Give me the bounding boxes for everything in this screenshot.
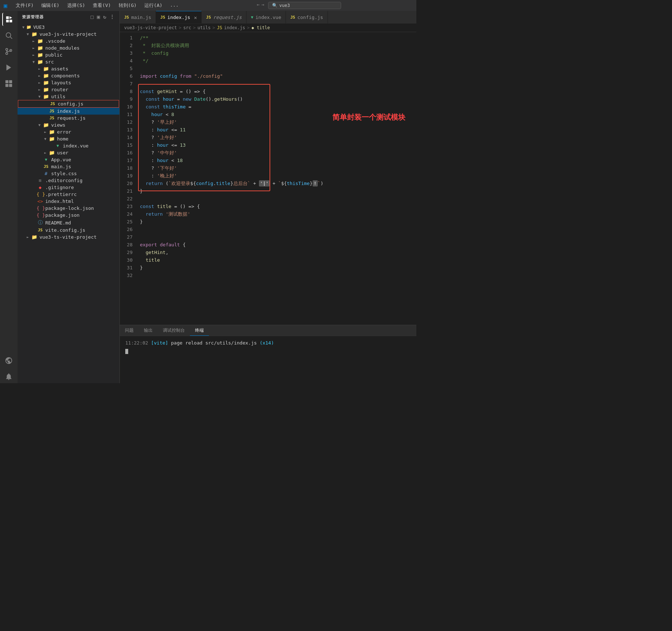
- arrow-vue3jsvite: ▼: [25, 32, 31, 36]
- sidebar-item-package-lock[interactable]: { } package-lock.json: [18, 205, 119, 212]
- tab-main-js[interactable]: JS main.js: [120, 11, 156, 23]
- panel-tabs: 问题 输出 调试控制台 终端: [120, 325, 416, 336]
- terminal-count: (x14): [260, 340, 274, 346]
- nav-back[interactable]: ←: [257, 2, 260, 9]
- sidebar-item-src[interactable]: ▼ 📁 src: [18, 58, 119, 65]
- sidebar-item-prettierrc[interactable]: { } .prettierrc: [18, 191, 119, 198]
- sidebar-item-error[interactable]: ► 📁 error: [18, 128, 119, 135]
- tab-request-js[interactable]: JS request.js: [202, 11, 247, 23]
- new-folder-icon[interactable]: ▣: [97, 14, 100, 20]
- folder-icon-error: 📁: [48, 129, 56, 135]
- refresh-icon[interactable]: ↻: [103, 14, 107, 20]
- code-line-26: [138, 226, 416, 233]
- activity-search[interactable]: [2, 29, 15, 42]
- folder-icon-assets: 📁: [42, 66, 50, 72]
- arrow-nodemodules: ►: [31, 46, 37, 50]
- sidebar-item-app-vue[interactable]: ▼ App.vue: [18, 156, 119, 163]
- arrow-user: ►: [42, 151, 48, 155]
- sidebar-item-node-modules[interactable]: ► 📁 node_modules: [18, 45, 119, 51]
- tab-label-mainjs: main.js: [131, 15, 151, 20]
- activity-explorer[interactable]: [2, 13, 15, 26]
- sidebar-item-index-js[interactable]: JS index.js: [18, 108, 119, 115]
- menu-more[interactable]: ...: [167, 1, 182, 9]
- sidebar-item-readme[interactable]: ⓘ README.md: [18, 219, 119, 227]
- menu-view[interactable]: 查看(V): [90, 1, 114, 9]
- svg-rect-7: [9, 80, 12, 83]
- activity-run[interactable]: [2, 61, 15, 74]
- sidebar: 资源管理器 □ ▣ ↻ ⋮ ▼ 📁 VUE3 ▼ 📁 vue3-js-vite-…: [18, 11, 120, 383]
- terminal-cursor: [125, 349, 128, 354]
- breadcrumb-sep-2: >: [193, 25, 195, 30]
- sidebar-item-utils[interactable]: ▼ 📁 utils: [18, 93, 119, 100]
- sidebar-item-layouts[interactable]: ► 📁 layouts: [18, 79, 119, 86]
- sidebar-item-public[interactable]: ► 📁 public: [18, 51, 119, 58]
- panel-tab-problems[interactable]: 问题: [120, 325, 139, 336]
- sidebar-item-package-json[interactable]: { } package.json: [18, 212, 119, 219]
- folder-icon-router: 📁: [42, 87, 50, 92]
- menu-run[interactable]: 运行(A): [141, 1, 165, 9]
- code-line-22: [138, 195, 416, 203]
- sidebar-item-router[interactable]: ► 📁 router: [18, 86, 119, 93]
- arrow-layouts: ►: [37, 81, 42, 85]
- sidebar-item-indexhtml[interactable]: <> index.html: [18, 198, 119, 205]
- activity-git[interactable]: [2, 45, 15, 58]
- breadcrumb-part-2[interactable]: src: [183, 25, 191, 30]
- menu-select[interactable]: 选择(S): [64, 1, 88, 9]
- activity-bell[interactable]: [2, 370, 15, 383]
- breadcrumb: vue3-js-vite-project > src > utils > JS …: [120, 24, 416, 32]
- css-icon-stylecss: #: [42, 171, 50, 176]
- breadcrumb-part-5[interactable]: ◆ title: [252, 25, 270, 30]
- sidebar-item-main-js[interactable]: JS main.js: [18, 163, 119, 170]
- code-line-12: ? '早上好': [138, 118, 416, 126]
- panel-tab-output[interactable]: 输出: [139, 325, 158, 336]
- tab-index-vue[interactable]: ▼ index.vue: [247, 11, 286, 23]
- sidebar-item-request-js[interactable]: JS request.js: [18, 115, 119, 122]
- menu-file[interactable]: 文件(F): [13, 1, 37, 9]
- activity-extensions[interactable]: [2, 77, 15, 90]
- sidebar-item-vue3-js-vite-project[interactable]: ▼ 📁 vue3-js-vite-project: [18, 31, 119, 38]
- svg-rect-9: [9, 84, 12, 87]
- sidebar-item-components[interactable]: ► 📁 components: [18, 72, 119, 79]
- breadcrumb-part-3[interactable]: utils: [198, 25, 211, 30]
- sidebar-item-home[interactable]: ▼ 📁 home: [18, 135, 119, 142]
- folder-icon-vue3: 📁: [26, 25, 31, 30]
- sidebar-item-gitignore[interactable]: ◆ .gitignore: [18, 184, 119, 191]
- panel-tab-debug[interactable]: 调试控制台: [158, 325, 190, 336]
- folder-icon-public: 📁: [37, 52, 44, 58]
- activity-remote[interactable]: [2, 354, 15, 367]
- sidebar-item-vscode[interactable]: ► 📁 .vscode: [18, 38, 119, 45]
- sidebar-item-vite-config[interactable]: JS vite.config.js: [18, 227, 119, 234]
- folder-icon-components: 📁: [42, 73, 50, 78]
- sidebar-item-assets[interactable]: ► 📁 assets: [18, 65, 119, 72]
- md-icon-readme: ⓘ: [37, 219, 44, 226]
- sidebar-item-views[interactable]: ▼ 📁 views: [18, 122, 119, 128]
- search-bar[interactable]: 🔍 vue3: [268, 2, 341, 9]
- menu-goto[interactable]: 转到(G): [116, 1, 140, 9]
- tab-config-js[interactable]: JS config.js: [286, 11, 328, 23]
- sidebar-item-user[interactable]: ► 📁 user: [18, 149, 119, 156]
- new-file-icon[interactable]: □: [91, 14, 94, 20]
- sidebar-item-vue3ts[interactable]: ► 📁 vue3-ts-vite-project: [18, 234, 119, 241]
- breadcrumb-part-4[interactable]: index.js: [224, 25, 245, 30]
- code-line-3: * config: [138, 49, 416, 57]
- panel-tab-terminal[interactable]: 终端: [190, 325, 209, 336]
- menu-items: 文件(F) 编辑(E) 选择(S) 查看(V) 转到(G) 运行(A) ...: [13, 1, 182, 9]
- sidebar-label-vscode: .vscode: [45, 38, 65, 44]
- tab-close-indexjs[interactable]: ✕: [194, 15, 197, 20]
- sidebar-label-appvue: App.vue: [51, 157, 71, 162]
- sidebar-item-editorconfig[interactable]: ≡ .editorconfig: [18, 177, 119, 184]
- sidebar-item-vue3[interactable]: ▼ 📁 VUE3: [18, 24, 119, 31]
- code-line-6: import config from "./config": [138, 72, 416, 80]
- collapse-icon[interactable]: ⋮: [110, 14, 115, 20]
- breadcrumb-part-1[interactable]: vue3-js-vite-project: [124, 25, 177, 30]
- nav-forward[interactable]: →: [261, 2, 264, 9]
- code-line-25: }: [138, 218, 416, 226]
- activity-bar: [0, 11, 18, 383]
- code-line-11: hour < 8: [138, 111, 416, 118]
- sidebar-item-style-css[interactable]: # style.css: [18, 170, 119, 177]
- menu-edit[interactable]: 编辑(E): [38, 1, 62, 9]
- tab-index-js[interactable]: JS index.js ✕: [156, 11, 202, 23]
- js-icon-mainjs: JS: [42, 164, 50, 169]
- sidebar-item-index-vue[interactable]: ▼ index.vue: [18, 142, 119, 149]
- sidebar-item-config-js[interactable]: JS config.js: [18, 100, 119, 107]
